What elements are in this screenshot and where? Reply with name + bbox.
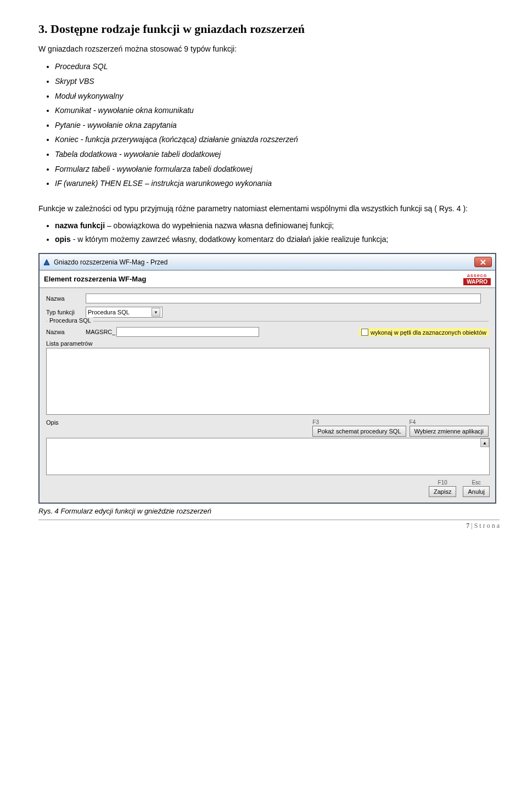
- loop-option-highlight: wykonaj w pętli dla zaznaczonych obiektó…: [359, 328, 489, 336]
- bullet-desc: - w którym możemy zawrzeć własny, dodatk…: [71, 235, 389, 244]
- app-icon: [43, 258, 51, 266]
- lista-label: Lista parametrów: [46, 340, 92, 347]
- common-elements-list: nazwa funkcji – obowiązkowa do wypełnien…: [55, 219, 500, 246]
- list-item: Koniec - funkcja przerywająca (kończąca)…: [55, 132, 500, 147]
- form-area: Nazwa Typ funkcji Procedura SQL ▼ Proced…: [40, 288, 495, 477]
- loop-checkbox[interactable]: [361, 329, 368, 336]
- save-button[interactable]: Zapisz: [429, 486, 456, 497]
- list-item: Pytanie - wywołanie okna zapytania: [55, 118, 500, 133]
- subheader-title: Element rozszerzenia WF-Mag: [44, 275, 146, 283]
- nazwa2-label: Nazwa: [46, 329, 86, 335]
- procname-input[interactable]: [116, 327, 259, 337]
- f4-key-label: F4: [410, 419, 416, 425]
- param-listbox[interactable]: [46, 348, 490, 415]
- dialog-footer: F10 Zapisz Esc Anuluj: [40, 477, 495, 503]
- nazwa-input[interactable]: [86, 294, 481, 303]
- brand-top: asseco: [467, 273, 487, 278]
- titlebar: Gniazdo rozszerzenia WF-Mag - Przed: [40, 254, 495, 270]
- typ-label: Typ funkcji: [46, 309, 86, 315]
- list-item: Formularz tabeli - wywołanie formularza …: [55, 162, 500, 177]
- intro-text: W gniazdach rozszerzeń można stosować 9 …: [38, 43, 500, 55]
- nazwa-label: Nazwa: [46, 295, 86, 302]
- esc-key-label: Esc: [472, 480, 481, 486]
- bullet-desc: – obowiązkowa do wypełnienia nazwa własn…: [105, 221, 334, 230]
- list-item: Komunikat - wywołanie okna komunikatu: [55, 103, 500, 118]
- list-item: Procedura SQL: [55, 59, 500, 74]
- opis-textarea[interactable]: ▲: [46, 438, 490, 475]
- scroll-up-icon[interactable]: ▲: [480, 438, 489, 447]
- bullet-term: opis: [55, 235, 71, 244]
- page-suffix: | S t r o n a: [469, 522, 500, 529]
- loop-label: wykonaj w pętli dla zaznaczonych obiektó…: [371, 329, 486, 336]
- dialog-window: Gniazdo rozszerzenia WF-Mag - Przed Elem…: [38, 253, 496, 504]
- function-types-list: Procedura SQL Skrypt VBS Moduł wykonywal…: [55, 59, 500, 190]
- choose-vars-button[interactable]: Wybierz zmienne aplikacji: [410, 426, 489, 437]
- prefix-text: MAGSRC_: [86, 329, 115, 335]
- list-item: opis - w którym możemy zawrzeć własny, d…: [55, 233, 500, 246]
- brand-bottom: WAPRO: [463, 278, 491, 285]
- chevron-down-icon: ▼: [152, 308, 160, 317]
- show-schema-button[interactable]: Pokaż schemat procedury SQL: [312, 426, 406, 437]
- list-item: IF (warunek) THEN ELSE – instrukcja waru…: [55, 176, 500, 191]
- list-item: Tabela dodatkowa - wywołanie tabeli doda…: [55, 147, 500, 162]
- svg-marker-0: [44, 260, 49, 265]
- subheader: Element rozszerzenia WF-Mag asseco WAPRO: [40, 270, 495, 288]
- figure-caption: Rys. 4 Formularz edycji funkcji w gnieźd…: [38, 507, 500, 515]
- close-button[interactable]: [474, 257, 492, 267]
- list-item: Moduł wykonywalny: [55, 89, 500, 104]
- f10-key-label: F10: [438, 480, 447, 486]
- typ-value: Procedura SQL: [88, 309, 148, 315]
- page-footer: 7 | S t r o n a: [38, 520, 500, 530]
- f3-key-label: F3: [312, 419, 319, 425]
- list-item: Skrypt VBS: [55, 74, 500, 89]
- window-title: Gniazdo rozszerzenia WF-Mag - Przed: [54, 258, 167, 266]
- cancel-button[interactable]: Anuluj: [463, 486, 490, 497]
- group-title: Procedura SQL: [47, 317, 93, 324]
- bullet-term: nazwa funkcji: [55, 221, 105, 230]
- paragraph: Funkcje w zależności od typu przyjmują r…: [38, 202, 500, 216]
- brand-logo: asseco WAPRO: [463, 273, 491, 285]
- typ-select[interactable]: Procedura SQL ▼: [86, 307, 162, 318]
- list-item: nazwa funkcji – obowiązkowa do wypełnien…: [55, 219, 500, 233]
- section-heading: 3. Dostępne rodzaje funkcji w gniazdach …: [38, 22, 500, 36]
- procedura-group: Procedura SQL Nazwa MAGSRC_ wykonaj w pę…: [46, 321, 489, 475]
- opis-label: Opis: [46, 419, 63, 426]
